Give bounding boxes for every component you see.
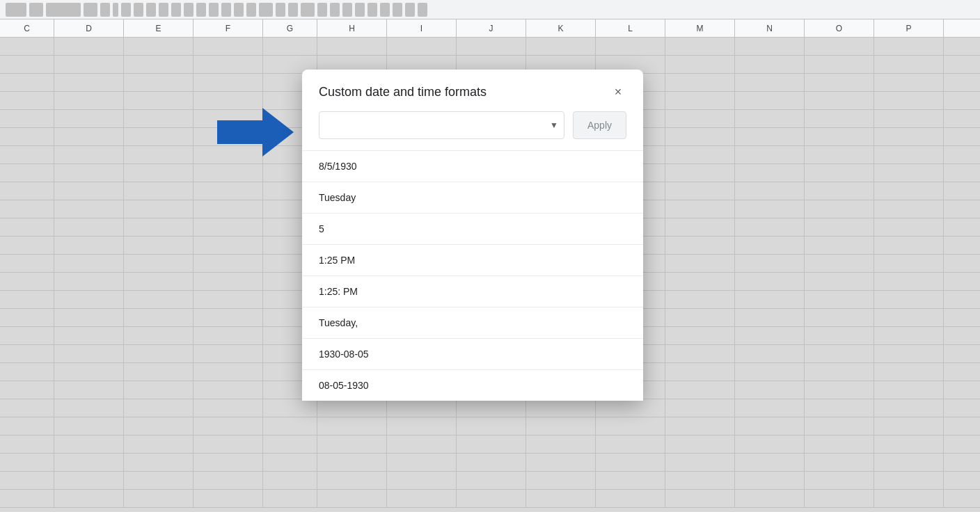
grid-cell[interactable] [665,435,735,453]
grid-cell[interactable] [665,454,735,471]
grid-cell[interactable] [805,399,874,417]
grid-cell[interactable] [665,110,735,127]
grid-cell[interactable] [124,128,193,145]
grid-cell[interactable] [54,435,124,453]
grid-cell[interactable] [805,200,874,218]
grid-cell[interactable] [193,74,263,91]
grid-cell[interactable] [124,255,193,272]
grid-cell[interactable] [665,255,735,272]
format-list-item[interactable]: 8/5/1930 [302,151,643,182]
grid-cell[interactable] [193,237,263,254]
grid-cell[interactable] [124,164,193,182]
grid-cell[interactable] [457,399,526,417]
grid-cell[interactable] [124,56,193,73]
grid-cell[interactable] [0,399,54,417]
grid-cell[interactable] [54,363,124,381]
grid-cell[interactable] [54,56,124,73]
grid-cell[interactable] [805,291,874,308]
grid-cell[interactable] [874,363,944,381]
grid-cell[interactable] [124,345,193,362]
grid-cell[interactable] [874,291,944,308]
grid-cell[interactable] [193,273,263,290]
grid-cell[interactable] [0,74,54,91]
grid-cell[interactable] [54,454,124,471]
grid-cell[interactable] [193,417,263,435]
format-list-item[interactable]: 5 [302,214,643,245]
grid-cell[interactable] [665,74,735,91]
grid-cell[interactable] [193,92,263,109]
grid-cell[interactable] [874,399,944,417]
grid-cell[interactable] [193,435,263,453]
grid-cell[interactable] [54,164,124,182]
grid-cell[interactable] [193,363,263,381]
grid-cell[interactable] [0,273,54,290]
format-input[interactable] [319,112,544,138]
grid-cell[interactable] [805,237,874,254]
grid-cell[interactable] [596,417,665,435]
grid-cell[interactable] [874,255,944,272]
grid-cell[interactable] [874,472,944,489]
grid-cell[interactable] [54,327,124,344]
grid-cell[interactable] [54,399,124,417]
grid-cell[interactable] [457,454,526,471]
grid-cell[interactable] [735,110,805,127]
grid-cell[interactable] [874,237,944,254]
grid-cell[interactable] [735,56,805,73]
grid-cell[interactable] [0,164,54,182]
grid-cell[interactable] [735,309,805,326]
grid-cell[interactable] [735,218,805,236]
grid-cell[interactable] [874,92,944,109]
grid-cell[interactable] [124,435,193,453]
grid-cell[interactable] [735,200,805,218]
grid-cell[interactable] [735,327,805,344]
grid-cell[interactable] [387,435,457,453]
grid-cell[interactable] [124,472,193,489]
grid-cell[interactable] [317,435,387,453]
grid-cell[interactable] [805,417,874,435]
grid-cell[interactable] [874,218,944,236]
grid-cell[interactable] [526,417,596,435]
grid-cell[interactable] [54,381,124,399]
grid-cell[interactable] [874,74,944,91]
grid-cell[interactable] [124,200,193,218]
grid-cell[interactable] [735,237,805,254]
grid-cell[interactable] [874,327,944,344]
grid-cell[interactable] [317,417,387,435]
grid-cell[interactable] [124,399,193,417]
grid-cell[interactable] [0,381,54,399]
grid-cell[interactable] [124,110,193,127]
grid-cell[interactable] [193,327,263,344]
grid-cell[interactable] [0,417,54,435]
grid-cell[interactable] [874,417,944,435]
grid-cell[interactable] [665,218,735,236]
grid-cell[interactable] [263,399,317,417]
grid-cell[interactable] [665,128,735,145]
grid-cell[interactable] [805,38,874,55]
grid-cell[interactable] [735,38,805,55]
grid-cell[interactable] [596,454,665,471]
grid-cell[interactable] [805,182,874,200]
grid-cell[interactable] [54,146,124,163]
grid-cell[interactable] [805,56,874,73]
grid-cell[interactable] [735,74,805,91]
grid-cell[interactable] [665,182,735,200]
grid-cell[interactable] [665,146,735,163]
grid-cell[interactable] [596,435,665,453]
grid-cell[interactable] [0,345,54,362]
grid-cell[interactable] [317,454,387,471]
grid-cell[interactable] [874,381,944,399]
grid-cell[interactable] [0,218,54,236]
grid-cell[interactable] [596,399,665,417]
grid-cell[interactable] [457,417,526,435]
grid-cell[interactable] [805,74,874,91]
format-list-item[interactable]: 1:25: PM [302,276,643,307]
grid-cell[interactable] [193,490,263,507]
grid-cell[interactable] [317,472,387,489]
grid-cell[interactable] [193,255,263,272]
grid-cell[interactable] [193,200,263,218]
grid-cell[interactable] [193,164,263,182]
grid-cell[interactable] [805,454,874,471]
grid-cell[interactable] [193,218,263,236]
grid-cell[interactable] [193,399,263,417]
grid-cell[interactable] [263,472,317,489]
